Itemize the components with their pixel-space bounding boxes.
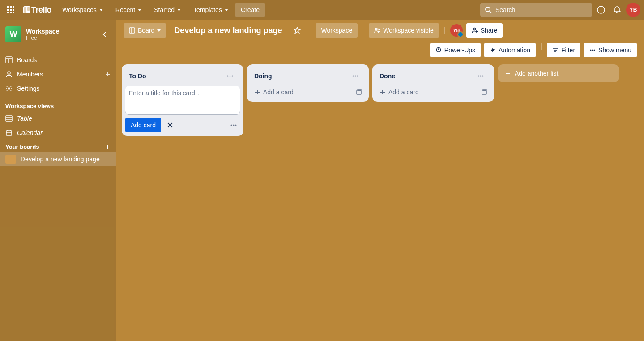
svg-point-52 — [233, 125, 235, 126]
sidebar-item-boards[interactable]: Boards — [0, 53, 116, 67]
sidebar-item-members[interactable]: Members — [0, 67, 116, 81]
list-menu-button[interactable] — [349, 70, 362, 82]
bolt-icon — [490, 47, 496, 53]
add-card-submit-button[interactable]: Add card — [125, 118, 161, 132]
svg-rect-30 — [129, 28, 135, 33]
sidebar-item-table[interactable]: Table — [0, 111, 116, 126]
sidebar: W Workspace Free Boards Members Settings — [0, 20, 116, 341]
recent-menu[interactable]: Recent — [110, 3, 147, 17]
svg-point-9 — [486, 7, 490, 12]
list-title[interactable]: Done — [380, 72, 395, 80]
svg-rect-3 — [7, 9, 9, 11]
list-title[interactable]: Doing — [254, 72, 272, 80]
svg-rect-8 — [13, 12, 14, 13]
board-view-switcher[interactable]: Board — [124, 23, 166, 38]
sidebar-item-settings[interactable]: Settings — [0, 81, 116, 96]
workspace-button[interactable]: Workspace — [316, 23, 358, 38]
dots-icon — [226, 72, 234, 80]
svg-point-48 — [232, 76, 233, 77]
divider — [310, 27, 310, 34]
board-title[interactable]: Develop a new landing page — [170, 26, 286, 35]
list-menu-button[interactable] — [224, 70, 236, 82]
dots-icon — [230, 122, 237, 129]
svg-line-10 — [490, 11, 491, 13]
trello-logo[interactable]: Trello — [20, 6, 55, 13]
divider — [541, 43, 542, 50]
svg-rect-0 — [7, 6, 9, 8]
card-template-button[interactable] — [353, 86, 365, 98]
visibility-btn-label: Workspace visible — [383, 27, 434, 34]
svg-point-46 — [227, 76, 229, 77]
star-icon — [294, 27, 301, 34]
info-button[interactable] — [594, 3, 608, 17]
sidebar-settings-label: Settings — [17, 85, 40, 92]
list-menu-button[interactable] — [474, 70, 487, 82]
sidebar-board-item[interactable]: Develop a new landing page — [0, 152, 116, 166]
sidebar-collapse-button[interactable] — [98, 28, 111, 41]
close-icon — [166, 121, 174, 129]
show-menu-button[interactable]: Show menu — [584, 43, 637, 57]
add-a-card-button[interactable]: Add a card — [376, 86, 478, 98]
card-template-button[interactable] — [478, 86, 490, 98]
add-another-list-button[interactable]: Add another list — [498, 64, 619, 82]
search-icon — [485, 6, 492, 13]
svg-rect-66 — [482, 90, 486, 94]
create-button[interactable]: Create — [235, 3, 265, 17]
add-a-card-label: Add a card — [263, 88, 294, 96]
info-icon — [597, 6, 605, 14]
user-avatar[interactable]: YB — [626, 3, 640, 17]
svg-rect-14 — [6, 57, 12, 63]
svg-point-56 — [357, 76, 358, 77]
card-title-input[interactable] — [129, 89, 236, 109]
create-label: Create — [241, 6, 260, 13]
board-member-avatar[interactable]: YB — [450, 24, 463, 37]
board-header: Board Develop a new landing page Workspa… — [116, 20, 644, 61]
person-add-icon — [472, 27, 478, 34]
people-icon — [374, 27, 380, 34]
power-ups-button[interactable]: Power-Ups — [430, 43, 481, 57]
automation-button[interactable]: Automation — [484, 43, 536, 57]
search-box[interactable] — [480, 3, 592, 17]
calendar-icon — [5, 129, 13, 136]
svg-rect-5 — [13, 9, 14, 11]
cancel-compose-button[interactable] — [163, 118, 177, 132]
svg-point-51 — [231, 125, 232, 126]
svg-marker-32 — [294, 27, 300, 34]
search-input[interactable] — [495, 6, 588, 13]
list-doing: Doing Add a card — [247, 64, 369, 102]
add-a-card-label: Add a card — [388, 88, 419, 96]
svg-rect-21 — [6, 116, 12, 121]
svg-rect-67 — [483, 89, 486, 90]
share-button[interactable]: Share — [466, 23, 503, 38]
bell-icon — [613, 6, 621, 14]
svg-point-55 — [355, 76, 356, 77]
plus-icon[interactable] — [105, 144, 111, 150]
apps-switcher-button[interactable] — [4, 3, 18, 17]
svg-point-35 — [473, 28, 475, 30]
gear-icon — [5, 85, 13, 92]
sidebar-item-calendar[interactable]: Calendar — [0, 126, 116, 140]
workspace-views-heading: Workspace views — [0, 99, 116, 111]
filter-button[interactable]: Filter — [547, 43, 580, 57]
templates-menu[interactable]: Templates — [188, 3, 234, 17]
list-title[interactable]: To Do — [129, 72, 146, 80]
star-board-button[interactable] — [290, 23, 304, 38]
svg-point-54 — [353, 76, 354, 77]
chevron-down-icon — [177, 9, 181, 11]
filter-label: Filter — [561, 46, 575, 54]
plus-icon — [105, 71, 111, 77]
board-icon — [5, 56, 13, 63]
svg-point-43 — [590, 50, 592, 51]
svg-point-44 — [592, 50, 593, 51]
starred-menu[interactable]: Starred — [149, 3, 186, 17]
composer-options-button[interactable] — [227, 119, 240, 131]
template-icon — [356, 89, 362, 95]
notifications-button[interactable] — [610, 3, 624, 17]
add-a-card-button[interactable]: Add a card — [251, 86, 353, 98]
visibility-button[interactable]: Workspace visible — [369, 23, 439, 38]
templates-label: Templates — [193, 6, 222, 13]
trello-logo-text: Trello — [31, 5, 51, 15]
plus-icon — [254, 89, 260, 95]
workspaces-menu[interactable]: Workspaces — [57, 3, 108, 17]
grid-icon — [7, 6, 14, 13]
